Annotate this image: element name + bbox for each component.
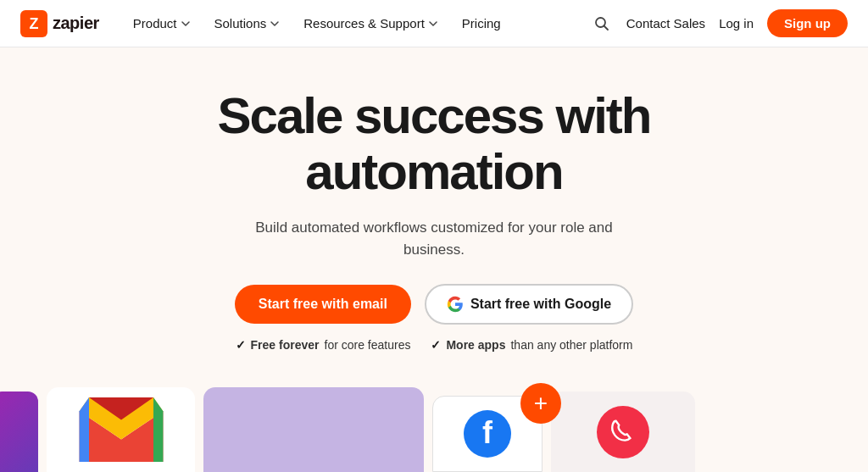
feature-more-apps: ✓ More apps than any other platform — [431, 338, 632, 352]
feature-free-forever: ✓ Free forever for core features — [236, 338, 411, 352]
hero-section: Scale success with automation Build auto… — [0, 47, 868, 472]
login-link[interactable]: Log in — [719, 16, 754, 31]
google-icon — [447, 296, 464, 313]
hero-features: ✓ Free forever for core features ✓ More … — [236, 338, 633, 352]
phone-icon — [608, 417, 638, 447]
hero-buttons: Start free with email Start free with Go… — [235, 284, 633, 325]
contact-sales-link[interactable]: Contact Sales — [626, 16, 705, 31]
app-card-right — [551, 391, 695, 472]
nav-links: Product Solutions Resources & Support Pr… — [123, 11, 591, 36]
nav-resources[interactable]: Resources & Support — [293, 11, 448, 36]
app-card-partial-left — [0, 391, 38, 472]
navigation: Z zapier Product Solutions Resources & S… — [0, 0, 868, 47]
svg-text:Z: Z — [30, 15, 39, 32]
nav-solutions[interactable]: Solutions — [204, 11, 291, 36]
chevron-down-icon — [428, 19, 438, 29]
hero-title: Scale success with automation — [218, 88, 651, 200]
orange-plus-button[interactable]: + — [520, 383, 561, 424]
brand-name: zapier — [53, 14, 99, 33]
facebook-icon: f — [464, 410, 511, 458]
svg-line-3 — [604, 25, 608, 30]
twilio-icon — [597, 406, 649, 458]
logo[interactable]: Z zapier — [20, 10, 99, 37]
nav-right: Contact Sales Log in Sign up — [591, 9, 848, 37]
app-card-gmail — [47, 387, 195, 472]
nav-pricing[interactable]: Pricing — [452, 11, 511, 36]
search-button[interactable] — [591, 13, 613, 35]
hero-subtitle: Build automated workflows customized for… — [231, 217, 637, 260]
chevron-down-icon — [181, 19, 191, 29]
app-card-purple — [203, 387, 424, 472]
search-icon — [594, 16, 609, 31]
chevron-down-icon — [270, 19, 280, 29]
apps-strip: f + — [0, 375, 868, 472]
zapier-logo-icon: Z — [20, 10, 47, 37]
start-google-button[interactable]: Start free with Google — [425, 284, 633, 325]
gmail-icon — [79, 397, 164, 462]
app-card-facebook-container: f + — [432, 396, 542, 472]
signup-button[interactable]: Sign up — [767, 9, 848, 37]
nav-product[interactable]: Product — [123, 11, 201, 36]
check-icon: ✓ — [431, 338, 441, 352]
check-icon: ✓ — [236, 338, 246, 352]
start-email-button[interactable]: Start free with email — [235, 285, 411, 324]
